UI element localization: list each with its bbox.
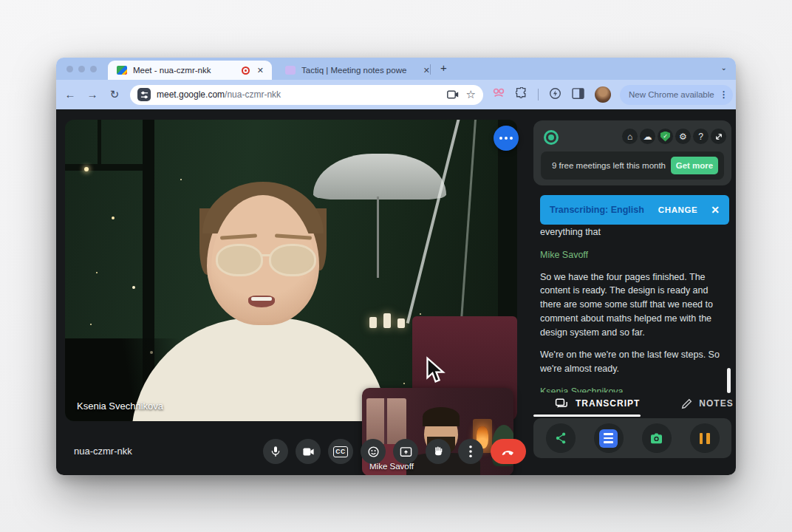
glass-door-edge: [406, 120, 462, 324]
transcript-speaker: Mike Savoff: [540, 248, 726, 262]
site-info-icon[interactable]: [137, 88, 151, 101]
raise-hand-button[interactable]: [426, 439, 451, 464]
performance-icon[interactable]: [549, 87, 561, 103]
toolbar-divider: [538, 89, 539, 100]
share-button[interactable]: [546, 423, 576, 453]
shield-check-icon[interactable]: ✓: [658, 129, 673, 144]
string-lights: [84, 167, 89, 171]
window-frame: [65, 164, 143, 171]
close-tab-icon[interactable]: ✕: [255, 66, 266, 75]
chat-bubbles-icon: [555, 398, 569, 409]
glasses: [269, 244, 316, 276]
pause-transcription-button[interactable]: [690, 423, 720, 453]
patio-umbrella: [313, 154, 446, 200]
pause-icon: [700, 433, 710, 444]
back-button[interactable]: ←: [61, 88, 80, 101]
tab-label: TRANSCRIPT: [576, 398, 640, 409]
transcribing-label: Transcribing: English: [550, 205, 658, 215]
tactiq-favicon-icon: [285, 66, 296, 75]
meet-page: Ksenia Svechnikova Mike Savoff nua-czmr-…: [56, 109, 736, 475]
reload-button[interactable]: ↻: [105, 88, 124, 101]
home-icon[interactable]: ⌂: [622, 129, 638, 144]
minimize-window-button[interactable]: [78, 66, 85, 72]
close-window-button[interactable]: [66, 66, 73, 72]
participant-mouth: [248, 296, 275, 307]
meeting-code: nua-czmr-nkk: [74, 446, 132, 457]
tactiq-action-bar: [533, 418, 731, 458]
tactiq-header: ⌂ ☁ ✓ ⚙ ? 9 free meetings left this mont…: [533, 120, 731, 185]
new-tab-button[interactable]: +: [440, 61, 447, 74]
browser-window: Meet - nua-czmr-nkk ✕ Tactiq | Meeting n…: [56, 58, 736, 475]
doc-icon: [599, 429, 618, 448]
transcript-list[interactable]: everything thatMike SavoffSo we have the…: [540, 225, 726, 392]
tab-title: Tactiq | Meeting notes powe: [301, 66, 421, 75]
glasses: [216, 244, 263, 276]
more-options-button[interactable]: [458, 439, 483, 464]
cloud-upload-icon[interactable]: ☁: [640, 129, 655, 144]
side-panel-icon[interactable]: [572, 88, 584, 102]
url-text: meet.google.com/nua-czmr-nkk: [157, 89, 440, 100]
participant-name-label: Ksenia Svechnikova: [77, 400, 163, 412]
participant-hair: [423, 407, 460, 426]
present-screen-button[interactable]: [393, 439, 418, 464]
window-controls[interactable]: [66, 66, 97, 72]
main-video-tile[interactable]: Ksenia Svechnikova: [65, 120, 517, 421]
address-bar[interactable]: meet.google.com/nua-czmr-nkk ☆: [130, 85, 483, 105]
close-icon[interactable]: ✕: [711, 204, 720, 216]
forward-button[interactable]: →: [83, 88, 102, 101]
tactiq-logo-icon: [544, 130, 559, 145]
change-language-button[interactable]: CHANGE: [658, 205, 697, 214]
end-call-button[interactable]: [491, 439, 526, 464]
zoom-window-button[interactable]: [90, 66, 97, 72]
extensions-puzzle-icon[interactable]: [516, 87, 528, 102]
reactions-button[interactable]: [361, 439, 386, 464]
glasses-bridge: [262, 254, 270, 256]
mouse-cursor: [425, 356, 447, 386]
tactiq-panel: ⌂ ☁ ✓ ⚙ ? 9 free meetings left this mont…: [533, 120, 731, 457]
window-frame: [98, 120, 101, 164]
transcribing-bar: Transcribing: English CHANGE ✕: [540, 195, 729, 225]
participant-body: [132, 318, 387, 421]
candles: [369, 313, 405, 328]
tactiq-extension-icon[interactable]: [492, 87, 505, 102]
tab-tactiq[interactable]: Tactiq | Meeting notes powe ✕: [278, 61, 437, 80]
tab-meet[interactable]: Meet - nua-czmr-nkk ✕: [108, 61, 272, 80]
free-meetings-banner: 9 free meetings left this month Get more: [541, 151, 724, 180]
chat-notification-bubble[interactable]: [494, 126, 519, 151]
transcript-paragraph: We're on the we're on the last few steps…: [540, 348, 726, 376]
tab-search-chevron-icon[interactable]: ⌄: [721, 64, 727, 72]
recording-indicator-icon: [242, 66, 250, 75]
help-icon[interactable]: ?: [693, 129, 709, 144]
meet-favicon-icon: [117, 66, 127, 75]
open-notes-doc-button[interactable]: [594, 423, 624, 453]
tab-strip: Meet - nua-czmr-nkk ✕ Tactiq | Meeting n…: [56, 58, 736, 80]
screenshot-button[interactable]: [642, 423, 672, 453]
profile-avatar[interactable]: [595, 86, 611, 103]
microphone-button[interactable]: [263, 439, 288, 464]
chrome-update-button[interactable]: New Chrome available ⋮: [620, 85, 733, 105]
camera-button[interactable]: [296, 439, 321, 464]
bookmark-star-icon[interactable]: ☆: [466, 88, 476, 101]
banner-text: 9 free meetings left this month: [551, 160, 671, 171]
settings-gear-icon[interactable]: ⚙: [675, 129, 691, 144]
tab-capture-icon[interactable]: [447, 89, 459, 100]
transcript-paragraph: So we have the four pages finished. The …: [540, 270, 726, 340]
scrollbar-thumb[interactable]: [727, 368, 731, 393]
pencil-icon: [681, 398, 692, 409]
chrome-update-label: New Chrome available: [629, 90, 714, 99]
transcript-paragraph: everything that: [540, 225, 726, 239]
captions-button[interactable]: CC: [328, 439, 353, 464]
get-more-button[interactable]: Get more: [671, 157, 718, 174]
browser-toolbar: ← → ↻ meet.google.com/nua-czmr-nkk ☆: [56, 80, 736, 109]
tab-label: NOTES: [699, 398, 733, 409]
tab-divider: [430, 64, 431, 75]
tab-transcript[interactable]: TRANSCRIPT: [555, 398, 640, 409]
meet-controls: CC: [263, 439, 526, 464]
browser-menu-icon[interactable]: ⋮: [720, 89, 728, 100]
transcript-speaker: Ksenia Svechnikova: [540, 385, 726, 392]
tactiq-tabs: TRANSCRIPT NOTES: [540, 393, 729, 414]
resize-icon[interactable]: [711, 129, 726, 144]
tab-title: Meet - nua-czmr-nkk: [133, 66, 236, 75]
camera-icon: [649, 432, 663, 445]
tab-notes[interactable]: NOTES: [681, 398, 733, 409]
